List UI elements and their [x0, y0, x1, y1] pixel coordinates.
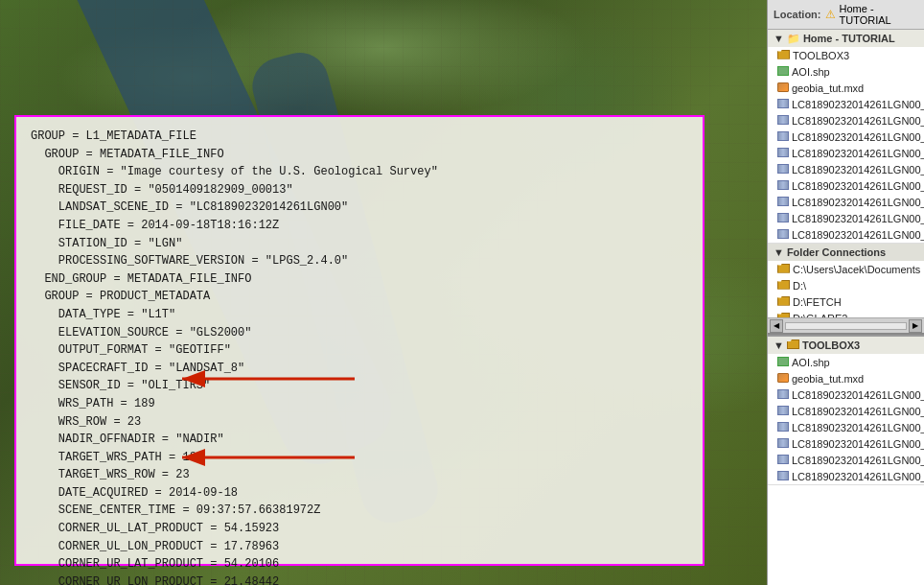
mxd-icon — [777, 373, 789, 385]
expand-icon: ▼ — [774, 246, 784, 258]
shp-icon — [777, 357, 789, 368]
lower-aoi-shp[interactable]: AOI.shp — [768, 354, 924, 370]
item-label: LC81890232014261LGN00_ — [792, 213, 924, 224]
item-label: TOOLBOX3 — [793, 50, 849, 61]
tree-item-toolbox3[interactable]: TOOLBOX3 — [768, 47, 924, 63]
folder-icon-doc — [777, 264, 790, 275]
folder-icon-main: 📁 — [787, 33, 800, 45]
item-label: LC81890232014261LGN00_B — [792, 406, 924, 417]
location-label: Location: — [774, 9, 821, 20]
raster-icon — [777, 213, 789, 224]
item-label: LC81890232014261LGN00_ — [792, 180, 924, 192]
folder-icon-d — [777, 280, 790, 292]
tree-item-raster-1[interactable]: LC81890232014261LGN00_ — [768, 96, 924, 112]
metadata-pre: GROUP = L1_METADATA_FILE GROUP = METADAT… — [31, 128, 688, 585]
folder-icon — [777, 50, 790, 61]
item-label: LC81890232014261LGN00_ — [792, 197, 924, 208]
item-label: LC81890232014261LGN00_ — [792, 99, 924, 110]
lower-raster-2[interactable]: LC81890232014261LGN00_B — [768, 403, 924, 419]
item-label: geobia_tut.mxd — [792, 82, 864, 94]
lower-raster-3[interactable]: LC81890232014261LGN00_B — [768, 419, 924, 435]
raster-icon — [777, 180, 789, 192]
scroll-left-btn[interactable]: ◀ — [770, 319, 783, 333]
item-label: LC81890232014261LGN00_ — [792, 229, 924, 241]
tree-item-mxd[interactable]: geobia_tut.mxd — [768, 80, 924, 96]
raster-icon — [777, 406, 789, 417]
lower-mxd[interactable]: geobia_tut.mxd — [768, 370, 924, 386]
expand-icon: ▼ — [774, 339, 784, 351]
mxd-icon — [777, 82, 789, 94]
tree-item-raster-4[interactable]: LC81890232014261LGN00_ — [768, 145, 924, 161]
item-label: LC81890232014261LGN00_B — [792, 389, 924, 401]
lower-tree[interactable]: ▼ TOOLBOX3 AOI.shp geobia_tut.mxd LC8189… — [768, 335, 924, 585]
location-header: Location: ⚠ Home - TUTORIAL — [768, 0, 924, 30]
folder-item-glare2[interactable]: D:\GLARE2 — [768, 310, 924, 317]
raster-icon — [777, 438, 789, 450]
raster-icon — [777, 115, 789, 127]
tree-item-raster-6[interactable]: LC81890232014261LGN00_ — [768, 177, 924, 194]
lower-raster-6[interactable]: LC81890232014261LGN00_B — [768, 468, 924, 484]
raster-icon — [777, 422, 789, 433]
home-tutorial-section: ▼ 📁 Home - TUTORIAL TOOLBOX3 AOI.shp geo… — [768, 30, 924, 244]
raster-icon — [777, 389, 789, 401]
item-label: LC81890232014261LGN00_B — [792, 422, 924, 433]
toolbox3-header[interactable]: ▼ TOOLBOX3 — [768, 337, 924, 354]
tree-item-aoi-shp[interactable]: AOI.shp — [768, 63, 924, 80]
lower-raster-5[interactable]: LC81890232014261LGN00_B — [768, 452, 924, 468]
folder-conn-label: Folder Connections — [787, 246, 886, 258]
tree-item-raster-5[interactable]: LC81890232014261LGN00_ — [768, 161, 924, 177]
folder-item-documents[interactable]: C:\Users\Jacek\Documents — [768, 261, 924, 277]
expand-icon: ▼ — [774, 33, 784, 44]
item-label: D:\FETCH — [793, 296, 842, 308]
raster-icon — [777, 131, 789, 143]
scroll-track[interactable] — [785, 322, 907, 330]
warning-icon: ⚠ — [825, 8, 836, 21]
tree-item-raster-2[interactable]: LC81890232014261LGN00_ — [768, 112, 924, 129]
map-area: GROUP = L1_METADATA_FILE GROUP = METADAT… — [0, 0, 767, 585]
tree-item-raster-8[interactable]: LC81890232014261LGN00_ — [768, 210, 924, 226]
raster-icon — [777, 197, 789, 208]
item-label: LC81890232014261LGN00_B — [792, 455, 924, 466]
raster-icon — [777, 148, 789, 159]
right-panel: Location: ⚠ Home - TUTORIAL ▼ 📁 Home - T… — [767, 0, 924, 585]
item-label: LC81890232014261LGN00_B — [792, 471, 924, 482]
metadata-text-area: GROUP = L1_METADATA_FILE GROUP = METADAT… — [19, 120, 700, 585]
item-label: D:\ — [793, 280, 806, 292]
raster-icon — [777, 471, 789, 482]
shp-icon — [777, 66, 789, 78]
scroll-right-btn[interactable]: ▶ — [909, 319, 922, 333]
item-label: C:\Users\Jacek\Documents — [793, 264, 920, 275]
lower-raster-4[interactable]: LC81890232014261LGN00_B — [768, 435, 924, 452]
toolbox3-section: ▼ TOOLBOX3 AOI.shp geobia_tut.mxd LC8189… — [768, 337, 924, 485]
horizontal-scrollbar[interactable]: ◀ ▶ — [768, 317, 924, 333]
home-tutorial-label: Home - TUTORIAL — [803, 33, 895, 44]
location-path: Home - TUTORIAL — [840, 3, 919, 26]
folder-connections-header[interactable]: ▼ Folder Connections — [768, 244, 924, 261]
upper-tree[interactable]: ▼ 📁 Home - TUTORIAL TOOLBOX3 AOI.shp geo… — [768, 30, 924, 317]
folder-icon-fetch — [777, 296, 790, 308]
raster-icon — [777, 229, 789, 241]
item-label: LC81890232014261LGN00_ — [792, 148, 924, 159]
home-tutorial-header[interactable]: ▼ 📁 Home - TUTORIAL — [768, 30, 924, 47]
raster-icon — [777, 99, 789, 110]
item-label: AOI.shp — [792, 357, 830, 368]
toolbox3-label: TOOLBOX3 — [802, 339, 860, 351]
item-label: LC81890232014261LGN00_ — [792, 115, 924, 127]
item-label: LC81890232014261LGN00_ — [792, 164, 924, 176]
folder-icon-glare — [777, 313, 790, 318]
tree-item-raster-9[interactable]: LC81890232014261LGN00_ — [768, 226, 924, 243]
item-label: AOI.shp — [792, 66, 830, 78]
tree-item-raster-7[interactable]: LC81890232014261LGN00_ — [768, 194, 924, 210]
folder-item-d[interactable]: D:\ — [768, 277, 924, 293]
folder-icon-tb3 — [787, 339, 799, 351]
lower-raster-1[interactable]: LC81890232014261LGN00_B — [768, 386, 924, 403]
raster-icon — [777, 455, 789, 466]
item-label: LC81890232014261LGN00_B — [792, 438, 924, 450]
folder-item-fetch[interactable]: D:\FETCH — [768, 293, 924, 310]
raster-icon — [777, 164, 789, 176]
item-label: LC81890232014261LGN00_ — [792, 131, 924, 143]
tree-item-raster-3[interactable]: LC81890232014261LGN00_ — [768, 129, 924, 145]
item-label: geobia_tut.mxd — [792, 373, 864, 385]
